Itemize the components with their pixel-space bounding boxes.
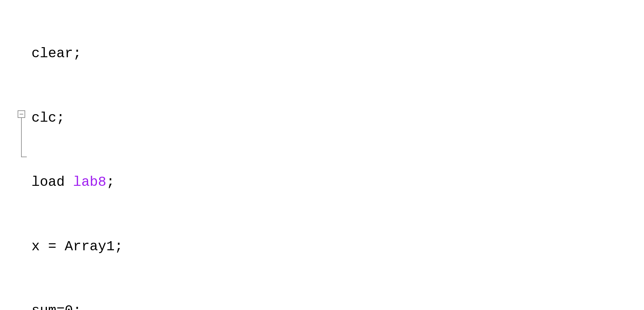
fold-line <box>21 118 22 157</box>
code-token: clc; <box>31 110 65 126</box>
gutter: − <box>0 0 31 310</box>
code-token: lab8 <box>73 174 106 190</box>
code-line[interactable]: sum=0; <box>31 300 644 310</box>
code-token: load <box>31 174 73 190</box>
fold-minus-icon: − <box>19 110 24 118</box>
code-token: ; <box>106 174 115 190</box>
code-token: clear; <box>31 46 81 61</box>
code-line[interactable]: x = Array1; <box>31 236 644 257</box>
code-line[interactable]: clc; <box>31 107 644 129</box>
code-line[interactable]: load lab8; <box>31 171 644 193</box>
code-editor[interactable]: − clear; clc; load lab8; x = Array1; sum… <box>0 0 644 310</box>
fold-line-end <box>21 157 27 157</box>
fold-toggle[interactable]: − <box>18 110 25 118</box>
code-token: sum=0; <box>31 303 81 310</box>
code-area[interactable]: clear; clc; load lab8; x = Array1; sum=0… <box>31 0 644 310</box>
code-token: x = Array1; <box>31 239 123 254</box>
code-line[interactable]: clear; <box>31 43 644 64</box>
